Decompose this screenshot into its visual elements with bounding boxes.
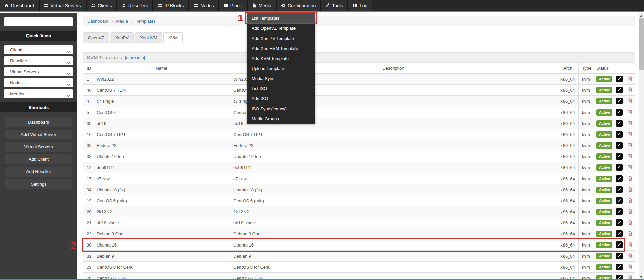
trash-icon [628, 122, 633, 127]
delete-button[interactable] [628, 231, 633, 237]
nav-item-tools[interactable]: Tools [320, 0, 347, 11]
table-row: 35ub16ub16x86_64kvmActive [83, 118, 635, 129]
cell-name: ub18 single [93, 217, 230, 228]
edit-button[interactable] [616, 208, 623, 215]
menu-item-upload-template[interactable]: Upload Template [247, 63, 315, 73]
menu-item-add-xen-pv-template[interactable]: Add Xen PV Template [247, 33, 315, 43]
delete-button[interactable] [628, 87, 633, 93]
search-input[interactable] [4, 17, 73, 26]
cell-type: kvm [579, 217, 593, 228]
delete-button[interactable] [628, 142, 633, 149]
cell-delete [624, 107, 635, 118]
delete-button[interactable] [628, 164, 633, 171]
menu-item-add-iso[interactable]: Add ISO [247, 93, 315, 103]
delete-button[interactable] [628, 209, 633, 215]
delete-button[interactable] [628, 153, 633, 160]
select-resellers[interactable]: -- Resellers -- [4, 56, 73, 65]
shortcut-button-add-reseller[interactable]: Add Reseller [5, 167, 72, 177]
delete-button[interactable] [628, 264, 633, 270]
delete-button[interactable] [628, 120, 633, 127]
breadcrumb-link-media[interactable]: Media [116, 19, 128, 24]
menu-item-media-groups[interactable]: Media Groups [247, 114, 315, 124]
tab-xenhvm[interactable]: XenHVM [135, 32, 162, 43]
scroll-up-arrow-icon[interactable] [640, 15, 643, 17]
delete-button[interactable] [628, 76, 633, 82]
shortcuts-header: Shortcuts [0, 102, 77, 112]
nav-item-log[interactable]: Log [347, 0, 372, 11]
shortcut-button-add-virtual-server[interactable]: Add Virtual Server [5, 130, 72, 139]
select-clients[interactable]: -- Clients -- [4, 45, 73, 54]
shortcut-button-settings[interactable]: Settings [5, 179, 72, 189]
delete-button[interactable] [628, 98, 633, 104]
nav-item-dashboard[interactable]: Dashboard [0, 0, 39, 11]
edit-button[interactable] [616, 186, 623, 193]
pencil-icon [617, 110, 621, 115]
tab-openvz[interactable]: OpenVZ [83, 32, 109, 43]
nav-item-ip-blocks[interactable]: IP Blocks [152, 0, 188, 11]
shortcut-button-virtual-servers[interactable]: Virtual Servers [5, 142, 72, 152]
edit-button[interactable] [616, 219, 623, 226]
tab-xenpv[interactable]: XenPV [110, 32, 133, 43]
menu-item-iso-sync-legacy[interactable]: ISO Sync (legacy) [247, 103, 315, 114]
pencil-icon [617, 265, 621, 270]
menu-item-media-sync[interactable]: Media Sync [247, 73, 315, 83]
edit-button[interactable] [616, 264, 623, 270]
scrollbar-thumb[interactable] [639, 18, 644, 70]
nav-item-clients[interactable]: Clients [86, 0, 116, 11]
edit-button[interactable] [616, 253, 623, 259]
edit-button[interactable] [616, 164, 623, 171]
cell-arch: x86_64 [557, 129, 579, 140]
nav-item-resellers[interactable]: Resellers [116, 0, 152, 11]
cell-id: 34 [83, 184, 93, 195]
delete-button[interactable] [628, 109, 633, 116]
tab-kvm[interactable]: KVM [163, 32, 183, 43]
delete-button[interactable] [628, 176, 633, 182]
edit-button[interactable] [616, 230, 623, 237]
nav-item-configuration[interactable]: Configuration [276, 0, 320, 11]
delete-button[interactable] [628, 220, 633, 226]
breadcrumb-link-templates[interactable]: Templates [136, 19, 155, 24]
edit-button[interactable] [616, 153, 623, 160]
delete-button[interactable] [628, 131, 633, 138]
delete-button[interactable] [628, 187, 633, 193]
delete-button[interactable] [628, 253, 633, 259]
breadcrumb-link-dashboard[interactable]: Dashboard [87, 19, 109, 24]
edit-button[interactable] [616, 175, 623, 182]
edit-button[interactable] [616, 241, 623, 248]
scroll-down-arrow-icon[interactable] [640, 276, 643, 278]
sidebar: Quick Jump -- Clients ---- Resellers ---… [0, 13, 77, 280]
nav-item-nodes[interactable]: Nodes [188, 0, 218, 11]
nav-item-virtual-servers[interactable]: Virtual Servers [39, 0, 86, 11]
cell-type: kvm [579, 228, 593, 239]
edit-button[interactable] [616, 98, 623, 104]
menu-item-list-iso[interactable]: List ISO [247, 83, 315, 93]
select-nodes[interactable]: -- Nodes -- [4, 78, 73, 87]
delete-button[interactable] [628, 198, 633, 204]
edit-button[interactable] [616, 197, 623, 204]
cell-status: Active [593, 184, 612, 195]
cell-id: 36 [83, 140, 93, 151]
cell-delete [624, 273, 635, 280]
more-info-link[interactable]: [more info] [125, 55, 145, 60]
edit-button[interactable] [616, 109, 623, 116]
nav-item-media[interactable]: Media [247, 0, 276, 11]
nav-item-plans[interactable]: Plans [218, 0, 247, 11]
edit-button[interactable] [616, 131, 623, 138]
grid-icon [158, 3, 162, 8]
menu-item-list-templates[interactable]: List Templates [247, 13, 315, 23]
edit-button[interactable] [616, 142, 623, 149]
delete-button[interactable] [628, 242, 633, 248]
menu-item-add-kvm-template[interactable]: Add KVM Template [247, 53, 315, 63]
cell-delete [624, 251, 635, 262]
edit-button[interactable] [616, 120, 623, 127]
edit-button[interactable] [616, 76, 623, 82]
select-virtual-servers[interactable]: -- Virtual Servers -- [4, 67, 73, 76]
shortcut-button-dashboard[interactable]: Dashboard [5, 117, 72, 127]
edit-button[interactable] [616, 87, 623, 93]
select-metrics[interactable]: -- Metrics -- [4, 89, 73, 98]
vertical-scrollbar[interactable] [639, 13, 644, 280]
top-navbar: DashboardVirtual ServersClientsResellers… [0, 0, 644, 12]
menu-item-add-xen-hvm-template[interactable]: Add Xen HVM Template [247, 43, 315, 53]
menu-item-add-openvz-template[interactable]: Add OpenVZ Template [247, 23, 315, 33]
shortcut-button-add-client[interactable]: Add Client [5, 154, 72, 164]
